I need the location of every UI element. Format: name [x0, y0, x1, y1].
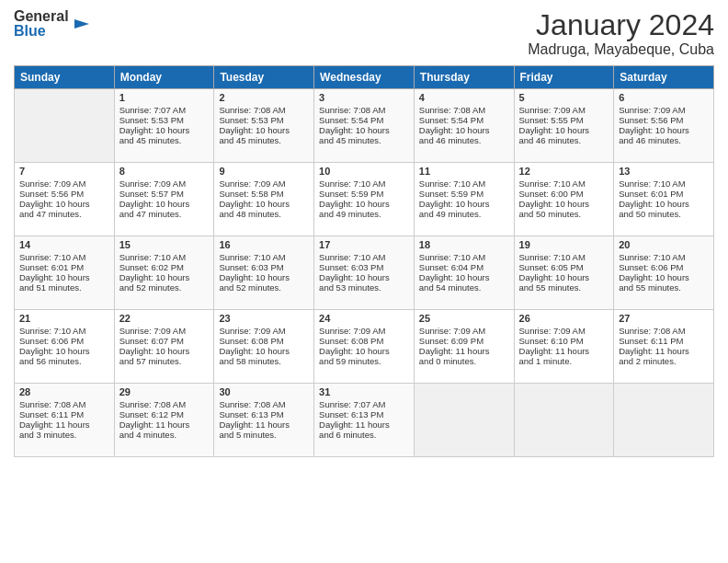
calendar-cell-w0-d2: 2Sunrise: 7:08 AMSunset: 5:53 PMDaylight… — [214, 89, 314, 163]
day-info-line: Sunset: 6:00 PM — [519, 189, 609, 199]
day-info-line: Sunrise: 7:09 AM — [519, 105, 609, 115]
day-info-line: and 5 minutes. — [219, 430, 309, 440]
day-info-line: Sunset: 5:54 PM — [419, 115, 509, 125]
day-info-line: Sunrise: 7:10 AM — [319, 252, 409, 262]
day-number: 23 — [219, 313, 309, 324]
day-info-line: and 46 minutes. — [419, 135, 509, 145]
day-info-line: and 49 minutes. — [419, 209, 509, 219]
day-info-line: Sunrise: 7:10 AM — [119, 252, 210, 262]
calendar-cell-w0-d1: 1Sunrise: 7:07 AMSunset: 5:53 PMDaylight… — [114, 89, 214, 163]
day-info-line: and 46 minutes. — [619, 135, 709, 145]
calendar-cell-w1-d5: 12Sunrise: 7:10 AMSunset: 6:00 PMDayligh… — [514, 163, 614, 236]
day-info-line: Daylight: 10 hours — [19, 346, 109, 356]
day-info-line: Sunset: 6:09 PM — [419, 336, 509, 346]
day-info-line: Sunset: 5:54 PM — [319, 115, 409, 125]
day-info-line: Sunset: 6:07 PM — [119, 336, 210, 346]
day-info-line: Daylight: 10 hours — [319, 125, 409, 135]
day-info-line: Sunrise: 7:08 AM — [619, 326, 709, 336]
calendar-cell-w2-d1: 15Sunrise: 7:10 AMSunset: 6:02 PMDayligh… — [114, 236, 214, 310]
day-number: 31 — [319, 386, 409, 397]
day-info-line: Sunrise: 7:10 AM — [319, 178, 409, 189]
day-info-line: Sunset: 6:02 PM — [119, 262, 210, 272]
day-info-line: and 50 minutes. — [519, 209, 609, 219]
day-number: 11 — [419, 166, 509, 177]
location-title: Madruga, Mayabeque, Cuba — [528, 41, 714, 58]
day-number: 14 — [19, 239, 109, 250]
day-info-line: and 55 minutes. — [619, 282, 709, 293]
day-info-line: and 59 minutes. — [319, 356, 409, 366]
day-info-line: Sunset: 5:57 PM — [119, 189, 210, 199]
day-info-line: Sunrise: 7:10 AM — [419, 252, 509, 262]
day-number: 13 — [619, 166, 709, 177]
day-info-line: Daylight: 10 hours — [519, 272, 609, 282]
day-info-line: and 57 minutes. — [119, 356, 210, 366]
day-info-line: and 45 minutes. — [219, 135, 309, 145]
day-info-line: and 3 minutes. — [19, 430, 109, 440]
day-info-line: Sunrise: 7:09 AM — [119, 178, 210, 189]
calendar-cell-w3-d2: 23Sunrise: 7:09 AMSunset: 6:08 PMDayligh… — [214, 310, 314, 384]
day-info-line: Sunset: 6:01 PM — [19, 262, 109, 272]
calendar-cell-w4-d3: 31Sunrise: 7:07 AMSunset: 6:13 PMDayligh… — [314, 384, 415, 457]
day-number: 9 — [219, 166, 309, 177]
day-number: 20 — [619, 239, 709, 250]
day-info-line: Sunrise: 7:08 AM — [219, 399, 309, 409]
svg-marker-0 — [74, 19, 89, 29]
day-info-line: Daylight: 10 hours — [119, 125, 210, 135]
day-number: 10 — [319, 166, 409, 177]
day-info-line: and 47 minutes. — [119, 209, 210, 219]
calendar-cell-w2-d3: 17Sunrise: 7:10 AMSunset: 6:03 PMDayligh… — [314, 236, 415, 310]
calendar-header-monday: Monday — [114, 66, 214, 89]
day-info-line: Sunrise: 7:09 AM — [219, 326, 309, 336]
day-info-line: Sunrise: 7:07 AM — [319, 399, 409, 409]
calendar-cell-w4-d2: 30Sunrise: 7:08 AMSunset: 6:13 PMDayligh… — [214, 384, 314, 457]
month-title: January 2024 — [528, 9, 714, 41]
day-info-line: Sunrise: 7:10 AM — [619, 252, 709, 262]
day-number: 30 — [219, 386, 309, 397]
day-info-line: and 50 minutes. — [619, 209, 709, 219]
day-info-line: Daylight: 10 hours — [419, 199, 509, 209]
day-info-line: Sunrise: 7:07 AM — [119, 105, 210, 115]
day-info-line: Sunrise: 7:09 AM — [219, 178, 309, 189]
day-info-line: and 56 minutes. — [19, 356, 109, 366]
day-info-line: Sunset: 5:59 PM — [319, 189, 409, 199]
day-info-line: Daylight: 10 hours — [219, 199, 309, 209]
day-info-line: and 0 minutes. — [419, 356, 509, 366]
calendar-cell-w4-d6 — [614, 384, 714, 457]
calendar-header-tuesday: Tuesday — [214, 66, 314, 89]
calendar-cell-w4-d0: 28Sunrise: 7:08 AMSunset: 6:11 PMDayligh… — [15, 384, 115, 457]
day-info-line: Sunset: 6:03 PM — [319, 262, 409, 272]
day-info-line: and 51 minutes. — [19, 282, 109, 293]
day-number: 28 — [19, 386, 109, 397]
calendar-cell-w1-d0: 7Sunrise: 7:09 AMSunset: 5:56 PMDaylight… — [15, 163, 115, 236]
calendar-cell-w4-d4 — [414, 384, 514, 457]
calendar-cell-w4-d5 — [514, 384, 614, 457]
calendar-cell-w2-d4: 18Sunrise: 7:10 AMSunset: 6:04 PMDayligh… — [414, 236, 514, 310]
logo-line1: General — [14, 9, 69, 24]
day-info-line: Sunrise: 7:09 AM — [319, 326, 409, 336]
day-info-line: Sunrise: 7:09 AM — [619, 105, 709, 115]
calendar-cell-w2-d0: 14Sunrise: 7:10 AMSunset: 6:01 PMDayligh… — [15, 236, 115, 310]
day-number: 16 — [219, 239, 309, 250]
day-number: 1 — [119, 92, 210, 103]
day-info-line: Daylight: 10 hours — [119, 346, 210, 356]
calendar-cell-w0-d3: 3Sunrise: 7:08 AMSunset: 5:54 PMDaylight… — [314, 89, 415, 163]
day-number: 22 — [119, 313, 210, 324]
calendar-table: SundayMondayTuesdayWednesdayThursdayFrid… — [14, 65, 714, 457]
calendar-header-friday: Friday — [514, 66, 614, 89]
day-info-line: and 55 minutes. — [519, 282, 609, 293]
day-info-line: and 49 minutes. — [319, 209, 409, 219]
calendar-cell-w2-d6: 20Sunrise: 7:10 AMSunset: 6:06 PMDayligh… — [614, 236, 714, 310]
day-info-line: Daylight: 10 hours — [319, 199, 409, 209]
day-info-line: Sunrise: 7:09 AM — [119, 326, 210, 336]
calendar-cell-w0-d6: 6Sunrise: 7:09 AMSunset: 5:56 PMDaylight… — [614, 89, 714, 163]
calendar-header-wednesday: Wednesday — [314, 66, 415, 89]
day-info-line: Daylight: 10 hours — [619, 125, 709, 135]
day-info-line: and 54 minutes. — [419, 282, 509, 293]
day-info-line: Daylight: 11 hours — [219, 419, 309, 430]
logo: General Blue — [14, 9, 91, 39]
calendar-cell-w1-d6: 13Sunrise: 7:10 AMSunset: 6:01 PMDayligh… — [614, 163, 714, 236]
calendar-header-thursday: Thursday — [414, 66, 514, 89]
calendar-cell-w1-d4: 11Sunrise: 7:10 AMSunset: 5:59 PMDayligh… — [414, 163, 514, 236]
day-info-line: Sunrise: 7:08 AM — [119, 399, 210, 409]
day-info-line: and 1 minute. — [519, 356, 609, 366]
